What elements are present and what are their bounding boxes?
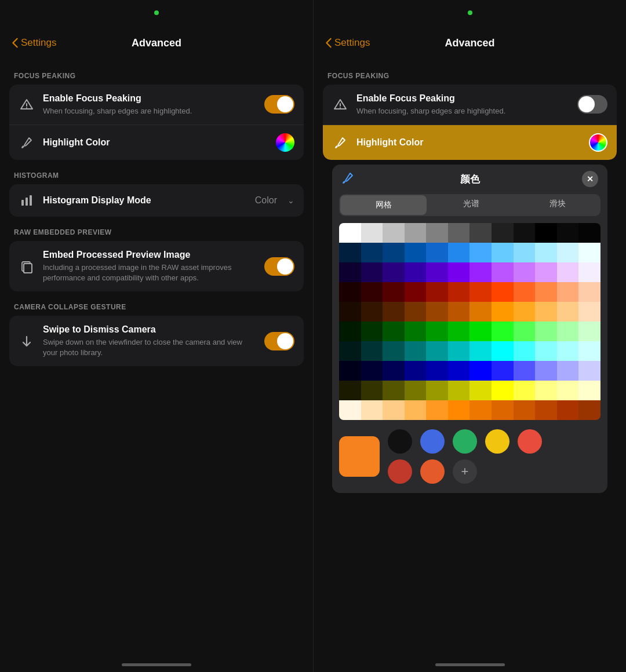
color-cell[interactable]	[426, 361, 448, 381]
swatch-add-button[interactable]: +	[453, 459, 477, 484]
right-highlight-color-row[interactable]: Highlight Color	[323, 125, 617, 160]
color-cell[interactable]	[361, 322, 383, 341]
color-cell[interactable]	[383, 223, 405, 243]
color-cell[interactable]	[535, 381, 557, 400]
color-cell[interactable]	[535, 302, 557, 322]
color-cell[interactable]	[426, 400, 448, 420]
color-cell[interactable]	[339, 400, 361, 420]
color-cell[interactable]	[557, 361, 579, 381]
color-cell[interactable]	[405, 262, 427, 282]
color-cell[interactable]	[383, 243, 405, 262]
color-cell[interactable]	[492, 302, 514, 322]
color-cell[interactable]	[361, 381, 383, 400]
color-cell[interactable]	[383, 361, 405, 381]
color-cell[interactable]	[405, 282, 427, 302]
color-cell[interactable]	[383, 341, 405, 361]
color-cell[interactable]	[448, 400, 470, 420]
swatch-selected-large[interactable]	[339, 436, 380, 477]
color-cell[interactable]	[361, 400, 383, 420]
color-cell[interactable]	[405, 400, 427, 420]
color-cell[interactable]	[492, 262, 514, 282]
color-cell[interactable]	[557, 282, 579, 302]
color-cell[interactable]	[578, 262, 600, 282]
color-cell[interactable]	[557, 322, 579, 341]
color-cell[interactable]	[492, 223, 514, 243]
color-cell[interactable]	[557, 243, 579, 262]
color-cell[interactable]	[578, 322, 600, 341]
color-cell[interactable]	[426, 243, 448, 262]
swatch-blue[interactable]	[420, 429, 445, 454]
color-cell[interactable]	[514, 223, 536, 243]
color-cell[interactable]	[535, 282, 557, 302]
color-cell[interactable]	[578, 361, 600, 381]
picker-tab-slider[interactable]: 滑块	[514, 194, 600, 216]
picker-eyedropper-icon[interactable]	[341, 171, 354, 187]
color-cell[interactable]	[514, 400, 536, 420]
color-cell[interactable]	[470, 262, 492, 282]
color-cell[interactable]	[557, 400, 579, 420]
left-enable-focus-peaking-row[interactable]: Enable Focus Peaking When focusing, shar…	[9, 85, 304, 125]
left-highlight-color-row[interactable]: Highlight Color	[9, 125, 304, 160]
color-cell[interactable]	[578, 243, 600, 262]
color-cell[interactable]	[426, 282, 448, 302]
color-cell[interactable]	[492, 381, 514, 400]
color-cell[interactable]	[514, 243, 536, 262]
left-focus-peaking-toggle[interactable]	[264, 95, 294, 114]
color-cell[interactable]	[339, 223, 361, 243]
color-cell[interactable]	[535, 361, 557, 381]
color-cell[interactable]	[405, 322, 427, 341]
color-cell[interactable]	[578, 341, 600, 361]
color-cell[interactable]	[405, 223, 427, 243]
color-cell[interactable]	[405, 341, 427, 361]
color-cell[interactable]	[492, 361, 514, 381]
color-cell[interactable]	[557, 302, 579, 322]
color-cell[interactable]	[470, 282, 492, 302]
right-focus-peaking-toggle[interactable]	[577, 95, 607, 114]
color-cell[interactable]	[535, 262, 557, 282]
color-cell[interactable]	[470, 361, 492, 381]
color-cell[interactable]	[492, 341, 514, 361]
color-cell[interactable]	[383, 381, 405, 400]
color-cell[interactable]	[339, 381, 361, 400]
color-cell[interactable]	[339, 302, 361, 322]
color-cell[interactable]	[578, 282, 600, 302]
color-cell[interactable]	[383, 262, 405, 282]
color-cell[interactable]	[339, 282, 361, 302]
color-cell[interactable]	[361, 282, 383, 302]
left-swipe-dismiss-row[interactable]: Swipe to Dismiss Camera Swipe down on th…	[9, 316, 304, 366]
color-cell[interactable]	[578, 302, 600, 322]
color-cell[interactable]	[535, 243, 557, 262]
swatch-yellow[interactable]	[485, 429, 509, 454]
picker-tab-spectrum[interactable]: 光谱	[428, 194, 514, 216]
color-cell[interactable]	[426, 223, 448, 243]
left-embed-preview-row[interactable]: Embed Processed Preview Image Including …	[9, 241, 304, 291]
color-cell[interactable]	[448, 381, 470, 400]
color-cell[interactable]	[405, 361, 427, 381]
color-cell[interactable]	[470, 322, 492, 341]
color-cell[interactable]	[426, 341, 448, 361]
color-cell[interactable]	[514, 262, 536, 282]
color-cell[interactable]	[448, 302, 470, 322]
swatch-dark-red[interactable]	[388, 459, 412, 484]
color-cell[interactable]	[492, 243, 514, 262]
swatch-orange-red[interactable]	[420, 459, 445, 484]
color-cell[interactable]	[426, 302, 448, 322]
picker-close-button[interactable]: ✕	[582, 171, 598, 187]
left-nav-back-button[interactable]: Settings	[12, 37, 56, 49]
color-cell[interactable]	[361, 243, 383, 262]
color-cell[interactable]	[361, 302, 383, 322]
color-cell[interactable]	[426, 381, 448, 400]
color-cell[interactable]	[383, 400, 405, 420]
color-cell[interactable]	[557, 223, 579, 243]
color-cell[interactable]	[448, 361, 470, 381]
color-cell[interactable]	[426, 322, 448, 341]
color-cell[interactable]	[470, 302, 492, 322]
color-cell[interactable]	[578, 381, 600, 400]
right-nav-back-button[interactable]: Settings	[325, 37, 370, 49]
color-cell[interactable]	[448, 223, 470, 243]
color-cell[interactable]	[361, 262, 383, 282]
color-cell[interactable]	[448, 282, 470, 302]
color-cell[interactable]	[361, 361, 383, 381]
color-cell[interactable]	[535, 400, 557, 420]
color-cell[interactable]	[514, 341, 536, 361]
